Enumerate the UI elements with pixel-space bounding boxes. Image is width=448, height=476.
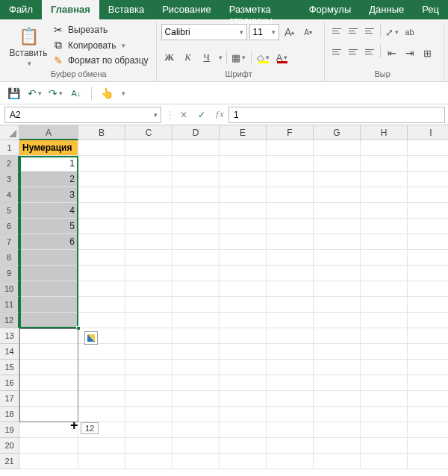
tab-pagelayout[interactable]: Разметка страницы	[220, 0, 300, 19]
cell[interactable]	[361, 140, 408, 156]
cell[interactable]	[361, 407, 408, 422]
bold-button[interactable]: Ж	[161, 49, 178, 66]
cell[interactable]	[172, 344, 220, 360]
autofill-options-button[interactable]	[84, 331, 98, 345]
cell[interactable]	[220, 187, 267, 203]
cell[interactable]	[125, 250, 172, 266]
cell-A7[interactable]: 6	[19, 234, 78, 250]
cell[interactable]	[125, 391, 172, 407]
touch-mode-button[interactable]: 👆	[99, 86, 114, 101]
cell[interactable]	[220, 234, 267, 250]
cell[interactable]	[78, 407, 125, 422]
cell[interactable]	[172, 297, 220, 313]
cell[interactable]	[361, 297, 408, 313]
cell[interactable]	[220, 360, 267, 375]
cell-A2[interactable]: 1	[19, 156, 78, 172]
col-header-G[interactable]: G	[314, 125, 361, 140]
cell[interactable]	[78, 266, 125, 281]
cell[interactable]	[267, 172, 314, 187]
cell[interactable]	[220, 313, 267, 328]
cell[interactable]	[78, 454, 125, 469]
cell[interactable]	[361, 438, 408, 454]
cell[interactable]	[408, 187, 448, 203]
cell[interactable]	[78, 360, 125, 375]
cell[interactable]	[125, 454, 172, 469]
cell[interactable]	[172, 140, 220, 156]
cell[interactable]	[220, 250, 267, 266]
cell[interactable]	[314, 266, 361, 281]
cell[interactable]	[267, 219, 314, 234]
cell[interactable]	[125, 219, 172, 234]
cell[interactable]	[78, 156, 125, 172]
redo-button[interactable]: ↷▾	[48, 86, 63, 101]
row-header[interactable]: 13	[0, 328, 19, 344]
cell[interactable]	[267, 203, 314, 219]
tab-home[interactable]: Главная	[42, 0, 99, 19]
cell[interactable]	[267, 422, 314, 438]
cell[interactable]	[314, 187, 361, 203]
cell[interactable]	[314, 203, 361, 219]
cell[interactable]	[172, 438, 220, 454]
cell[interactable]	[172, 187, 220, 203]
cell-A3[interactable]: 2	[19, 172, 78, 187]
cell[interactable]	[314, 438, 361, 454]
cell-A1[interactable]: Нумерация	[19, 140, 78, 156]
cell[interactable]	[78, 281, 125, 297]
cell[interactable]	[361, 344, 408, 360]
save-button[interactable]: 💾	[6, 86, 21, 101]
tab-insert[interactable]: Вставка	[99, 0, 153, 19]
cell-A11[interactable]	[19, 297, 78, 313]
cell[interactable]	[172, 375, 220, 391]
cell[interactable]	[408, 344, 448, 360]
cell-A10[interactable]	[19, 281, 78, 297]
tab-review[interactable]: Рец	[413, 0, 448, 19]
italic-button[interactable]: К	[180, 49, 196, 66]
cell[interactable]	[314, 140, 361, 156]
cell-A15[interactable]	[19, 360, 78, 375]
col-header-B[interactable]: B	[78, 125, 125, 140]
cell[interactable]	[361, 391, 408, 407]
cell[interactable]	[267, 234, 314, 250]
name-box[interactable]: A2 ▾	[4, 107, 161, 123]
cell[interactable]	[408, 422, 448, 438]
shrink-font-button[interactable]: A▾	[300, 24, 317, 40]
cell[interactable]	[78, 250, 125, 266]
cell-A19[interactable]	[19, 422, 78, 438]
cell-A8[interactable]	[19, 250, 78, 266]
cell[interactable]	[220, 156, 267, 172]
cell[interactable]	[220, 297, 267, 313]
cell[interactable]	[314, 422, 361, 438]
cell[interactable]	[172, 328, 220, 344]
cell[interactable]	[220, 375, 267, 391]
col-header-C[interactable]: C	[125, 125, 172, 140]
cell[interactable]	[125, 187, 172, 203]
cell[interactable]	[125, 156, 172, 172]
cell[interactable]	[408, 281, 448, 297]
accept-formula-button[interactable]: ✓	[193, 110, 211, 120]
cell[interactable]	[220, 438, 267, 454]
cell[interactable]	[267, 438, 314, 454]
cell[interactable]	[78, 172, 125, 187]
cell[interactable]	[314, 375, 361, 391]
cell[interactable]	[408, 438, 448, 454]
cell[interactable]	[314, 407, 361, 422]
cell[interactable]	[314, 297, 361, 313]
cell[interactable]	[172, 219, 220, 234]
row-header[interactable]: 2	[0, 156, 19, 172]
cell[interactable]	[361, 266, 408, 281]
tab-draw[interactable]: Рисование	[153, 0, 220, 19]
cell-A4[interactable]: 3	[19, 187, 78, 203]
cell[interactable]	[314, 281, 361, 297]
row-header[interactable]: 20	[0, 438, 19, 454]
cell[interactable]	[408, 140, 448, 156]
cell[interactable]	[78, 375, 125, 391]
align-center-button[interactable]	[346, 45, 361, 58]
cell[interactable]	[172, 266, 220, 281]
cell[interactable]	[125, 172, 172, 187]
row-header[interactable]: 6	[0, 219, 19, 234]
cell[interactable]	[172, 407, 220, 422]
cell[interactable]	[220, 454, 267, 469]
cell[interactable]	[361, 187, 408, 203]
row-header[interactable]: 18	[0, 407, 19, 422]
grow-font-button[interactable]: A▴	[281, 24, 298, 40]
